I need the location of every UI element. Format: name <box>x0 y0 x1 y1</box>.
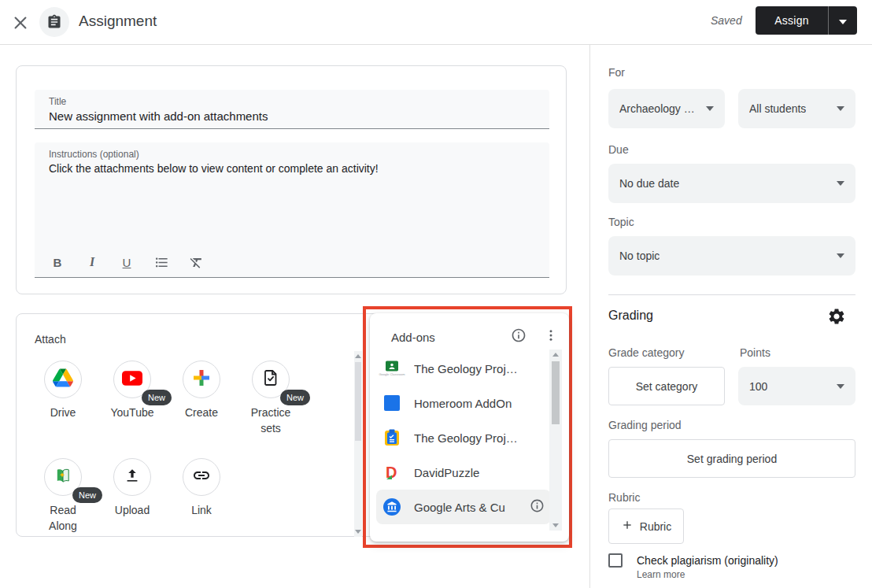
for-label: For <box>608 66 625 79</box>
learn-more-link[interactable]: Learn more <box>637 569 685 580</box>
practice-sets-icon <box>261 368 280 390</box>
close-icon[interactable] <box>9 12 31 34</box>
assignment-icon <box>39 7 69 37</box>
attach-option-drive[interactable]: Drive <box>31 361 94 420</box>
drive-icon <box>53 368 73 390</box>
classroom-caption: Google Classroom <box>379 372 405 376</box>
addons-title: Add-ons <box>391 331 435 344</box>
attach-option-link[interactable]: Link <box>170 458 233 518</box>
chevron-down-icon <box>706 106 714 111</box>
scroll-down-icon[interactable] <box>355 530 361 534</box>
grading-divider <box>608 294 855 295</box>
grading-heading: Grading <box>608 309 653 323</box>
scroll-down-icon[interactable] <box>552 523 559 527</box>
assignment-editor: Assignment Saved Assign Title New assign… <box>0 0 872 588</box>
add-rubric-button[interactable]: Rubric <box>608 508 684 544</box>
instructions-value: Click the attachments below to view cont… <box>49 162 535 175</box>
set-category-button[interactable]: Set category <box>608 367 725 405</box>
bulleted-list-icon[interactable] <box>153 253 170 271</box>
topbar: Assignment Saved Assign <box>0 0 872 45</box>
blue-square-icon <box>382 395 401 411</box>
rubric-label: Rubric <box>608 491 640 504</box>
clear-formatting-icon[interactable] <box>187 253 205 271</box>
more-vert-icon[interactable] <box>544 328 558 346</box>
addons-popup: Add-ons Google Classroom The Geology Pro… <box>370 313 569 542</box>
bold-button[interactable]: B <box>49 253 66 271</box>
attach-label-practice-sets: Practice sets <box>239 405 302 436</box>
plus-icon <box>621 519 634 534</box>
addon-item-geology-2[interactable]: The Geology Proj… <box>376 420 551 455</box>
assign-split-button: Assign <box>756 6 857 35</box>
read-along-icon <box>54 466 72 488</box>
gear-icon[interactable] <box>827 307 846 329</box>
link-icon <box>192 466 211 488</box>
attach-label-drive: Drive <box>50 405 76 420</box>
points-label: Points <box>740 346 770 359</box>
topic-dropdown[interactable]: No topic <box>608 236 855 276</box>
class-dropdown[interactable]: Archaeology … <box>608 89 725 128</box>
attach-label-create: Create <box>185 405 218 420</box>
italic-button[interactable]: I <box>83 253 101 271</box>
chevron-down-icon <box>839 15 847 27</box>
addon-item-arts-culture[interactable]: Google Arts & Cu <box>376 490 551 524</box>
addons-list: Google Classroom The Geology Proj… Homer… <box>376 351 551 524</box>
due-date-dropdown[interactable]: No due date <box>608 164 855 203</box>
scroll-thumb[interactable] <box>355 362 361 441</box>
attach-option-upload[interactable]: Upload <box>101 458 164 518</box>
assign-dropdown-button[interactable] <box>828 6 857 35</box>
upload-icon <box>124 467 141 487</box>
title-label: Title <box>49 96 535 107</box>
saved-status: Saved <box>711 14 742 27</box>
underline-button[interactable]: U <box>118 253 135 271</box>
scroll-up-icon[interactable] <box>552 353 559 357</box>
title-value: New assignment with add-on attachments <box>49 109 535 123</box>
addons-scrollbar[interactable] <box>549 349 562 531</box>
plagiarism-label: Check plagiarism (originality) <box>637 554 778 567</box>
page-title: Assignment <box>79 13 157 30</box>
new-badge-youtube: New <box>142 390 172 405</box>
clipboard-yellow-icon <box>382 429 401 446</box>
chevron-down-icon <box>837 253 844 258</box>
attach-heading: Attach <box>35 333 66 346</box>
attach-scrollbar[interactable] <box>354 351 362 537</box>
chevron-down-icon <box>837 384 844 389</box>
set-grading-period-button[interactable]: Set grading period <box>608 439 855 478</box>
youtube-icon <box>122 371 142 389</box>
attach-option-create[interactable]: Create <box>170 361 233 420</box>
addon-item-geology-1[interactable]: Google Classroom The Geology Proj… <box>376 351 551 386</box>
students-dropdown[interactable]: All students <box>738 89 855 128</box>
museum-icon <box>382 498 401 516</box>
addon-item-davidpuzzle[interactable]: D DavidPuzzle <box>376 455 551 490</box>
classroom-green-icon: Google Classroom <box>382 361 401 376</box>
topic-label: Topic <box>608 216 634 228</box>
new-badge-read-along: New <box>72 487 102 503</box>
plagiarism-checkbox[interactable] <box>608 553 623 568</box>
format-toolbar: B I U <box>49 253 205 271</box>
grade-category-label: Grade category <box>608 346 685 359</box>
chevron-down-icon <box>837 106 844 111</box>
instructions-label: Instructions (optional) <box>49 149 535 160</box>
attach-label-read-along: Read Along <box>39 502 87 534</box>
chevron-down-icon <box>837 181 844 186</box>
title-input[interactable]: Title New assignment with add-on attachm… <box>35 90 549 129</box>
grading-period-label: Grading period <box>608 419 682 431</box>
assign-button[interactable]: Assign <box>756 6 828 35</box>
info-icon[interactable] <box>511 327 527 346</box>
create-plus-icon <box>192 368 211 390</box>
sidebar-divider <box>589 45 590 588</box>
attach-label-upload: Upload <box>115 502 150 518</box>
new-badge-practice-sets: New <box>280 390 310 405</box>
instructions-input[interactable]: Instructions (optional) Click the attach… <box>35 142 549 278</box>
scroll-thumb[interactable] <box>552 361 560 424</box>
assignment-details-card: Title New assignment with add-on attachm… <box>16 65 567 294</box>
due-label: Due <box>608 143 629 156</box>
points-dropdown[interactable]: 100 <box>738 367 855 405</box>
attach-label-link: Link <box>191 502 212 518</box>
letter-d-icon: D <box>382 464 401 481</box>
addon-item-homeroom[interactable]: Homeroom AddOn <box>376 386 551 420</box>
attach-label-youtube: YouTube <box>110 405 153 420</box>
scroll-up-icon[interactable] <box>355 354 361 358</box>
info-icon[interactable] <box>530 498 545 516</box>
